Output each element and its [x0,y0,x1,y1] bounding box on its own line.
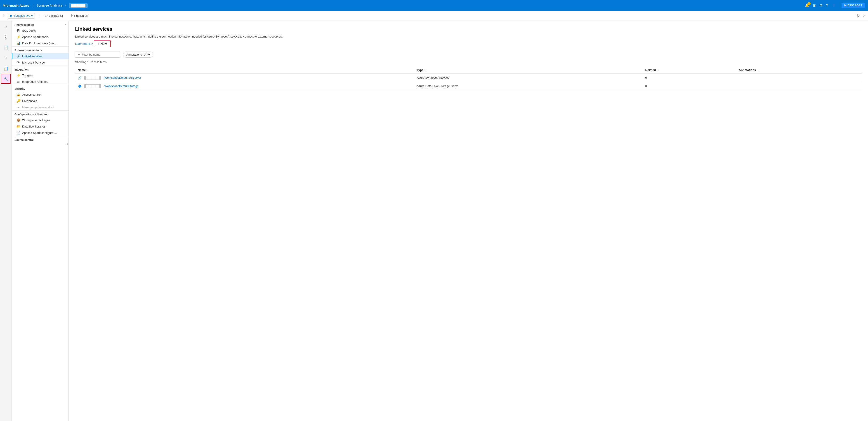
row2-name-link[interactable]: -WorkspaceDefaultStorage [103,84,139,88]
nav-sep: | [32,3,33,8]
notification-icon[interactable]: 🔔 [805,3,809,7]
content-description: Linked services are much like connection… [75,34,862,39]
publish-all-label: Publish all [74,14,88,18]
access-control-icon: 🔒 [16,93,20,96]
sidebar-icon-home[interactable]: ⌂ [1,22,11,32]
sidebar-item-workspace-packages[interactable]: 📦 Workspace packages [12,117,68,123]
fullscreen-icon[interactable]: ⤢ [862,13,865,18]
filter-by-name-input[interactable] [82,53,116,56]
section-analytics-pools: Analytics pools [12,21,68,27]
toolbar-right-icons: ↻ ⤢ [857,13,865,18]
col-name-label: Name [78,68,86,72]
sidebar-item-apache-spark[interactable]: ⚡ Apache Spark pools [12,34,68,40]
filter-icon: ▼ [78,53,81,56]
scrollbar-thumb[interactable] [67,143,68,145]
col-related: Related ↕ [643,66,736,74]
sidebar-icon-data[interactable]: 🗄 [1,32,11,42]
publish-icon [70,14,73,18]
sidebar-icon-integrate[interactable]: ↔ [1,53,11,63]
tree-sidebar: « Analytics pools 🗄 SQL pools ⚡ Apache S… [12,21,69,421]
row2-name-cell: 🔷 ███████ -WorkspaceDefaultStorage [75,82,414,90]
user-icon[interactable]: 👤 [832,3,836,7]
sidebar-item-data-explorer[interactable]: 📊 Data Explorer pools (pre... [12,40,68,47]
learn-more-link[interactable]: Learn more ↗ [75,42,93,46]
refresh-icon[interactable]: ↻ [857,13,860,18]
apache-spark-icon: ⚡ [16,35,20,39]
sidebar-icon-monitor[interactable]: 📊 [1,63,11,73]
related-sort-icon[interactable]: ↕ [657,69,659,71]
sidebar-collapse-btn[interactable]: » [3,14,4,18]
table-row: 🔷 ███████ -WorkspaceDefaultStorage Azure… [75,82,862,90]
sidebar-item-managed-private: ☁ Managed private endpoi... [12,104,68,110]
sidebar-item-spark-config[interactable]: 📄 Apache Spark configurat... [12,129,68,136]
row1-link-icon: 🔗 [78,76,82,80]
data-flow-libraries-icon: 📂 [16,125,20,128]
row2-type: Azure Data Lake Storage Gen2 [414,82,643,90]
col-type-label: Type [417,68,423,72]
purview-icon: 👁 [16,61,20,64]
new-button[interactable]: + New [94,40,111,47]
linked-services-table: Name ↕ Type ↕ Related ↕ Annotations ↕ [75,66,862,90]
sql-pools-label: SQL pools [22,29,36,32]
icon-sidebar: ⌂ 🗄 📄 ↔ 📊 🔧 [0,21,12,421]
workspace-badge: ███████ [69,3,88,8]
showing-count: Showing 1 - 2 of 2 items [75,60,862,64]
publish-all-btn[interactable]: Publish all [68,13,89,18]
sidebar-item-linked-services[interactable]: 🔗 Linked services [12,53,68,59]
sidebar-item-access-control[interactable]: 🔒 Access control [12,91,68,98]
page-title: Linked services [75,26,862,32]
tree-collapse-btn[interactable]: « [65,23,67,26]
row2-annotations [736,82,862,90]
sidebar-item-integration-runtimes[interactable]: ⊞ Integration runtimes [12,79,68,85]
sidebar-item-data-flow-libraries[interactable]: 📂 Data flow libraries [12,123,68,129]
row1-name-link[interactable]: -WorkspaceDefaultSqlServer [103,76,141,79]
sidebar-icon-manage[interactable]: 🔧 [1,74,11,84]
account-label: MICROSOFT [842,3,865,8]
integration-runtimes-icon: ⊞ [16,80,20,84]
sidebar-item-purview[interactable]: 👁 Microsoft Purview [12,59,68,66]
service-label: Synapse Analytics [37,4,62,7]
portal-icon[interactable]: ⊞ [813,3,816,7]
type-sort-icon[interactable]: ↕ [425,69,427,71]
main-layout: ⌂ 🗄 📄 ↔ 📊 🔧 « Analytics pools 🗄 SQL pool… [0,21,868,421]
help-icon[interactable]: ? [826,3,828,7]
credentials-icon: 🔑 [16,99,20,103]
annotations-filter-btn[interactable]: Annotations : Any [123,52,153,58]
apache-spark-label: Apache Spark pools [22,35,49,39]
section-configurations: Configurations + libraries [12,110,68,117]
section-source-control: Source control [12,136,68,143]
annotations-value: Any [145,53,150,56]
sidebar-item-triggers[interactable]: ⚡ Triggers [12,72,68,79]
row2-related: 0 [643,82,736,90]
row1-type: Azure Synapse Analytics [414,73,643,82]
integration-runtimes-label: Integration runtimes [22,80,48,84]
col-annotations-label: Annotations [739,68,756,72]
brand-label: Microsoft Azure [3,4,29,7]
triggers-icon: ⚡ [16,73,20,77]
data-explorer-icon: 📊 [16,41,20,45]
section-external-connections: External connections [12,47,68,53]
validate-all-label: Validate all [49,14,63,18]
row1-name-container: 🔗 ███████ -WorkspaceDefaultSqlServer [78,76,411,80]
name-sort-icon[interactable]: ↕ [88,69,89,71]
filter-input-container[interactable]: ▼ [75,52,120,58]
row1-related: 0 [643,73,736,82]
sidebar-icon-develop[interactable]: 📄 [1,42,11,53]
data-flow-libraries-label: Data flow libraries [22,125,45,128]
annotations-sort-icon[interactable]: ↕ [758,69,759,71]
annotations-label: Annotations : [126,53,145,56]
content-area: Linked services Linked services are much… [69,21,868,421]
settings-icon[interactable]: ⚙ [819,3,822,7]
sidebar-item-sql-pools[interactable]: 🗄 SQL pools [12,27,68,34]
linked-services-icon: 🔗 [16,54,20,58]
synapse-live-btn[interactable]: Synapse live ▾ [8,13,35,19]
toolbar-divider: | [38,14,39,18]
sidebar-item-credentials[interactable]: 🔑 Credentials [12,98,68,104]
row2-link-icon: 🔷 [78,84,82,88]
table-row: 🔗 ███████ -WorkspaceDefaultSqlServer Azu… [75,73,862,82]
col-related-label: Related [645,68,656,72]
credentials-label: Credentials [22,99,37,103]
purview-label: Microsoft Purview [22,61,45,64]
row2-name-badge: ███████ [84,84,101,88]
validate-all-btn[interactable]: Validate all [43,13,65,18]
